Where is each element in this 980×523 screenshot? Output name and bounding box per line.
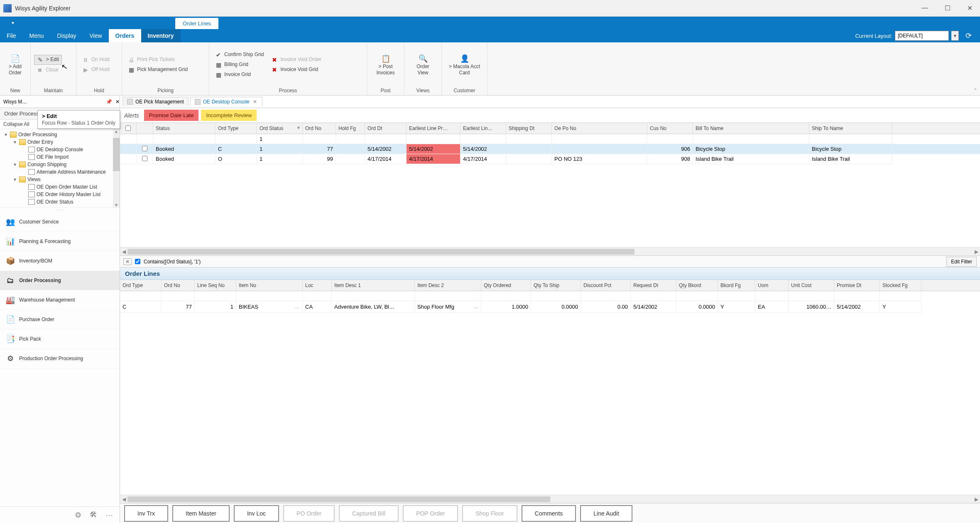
quick-access-dropdown-icon[interactable]: ▾	[8, 18, 17, 27]
column-header[interactable]: Bkord Fg	[718, 280, 755, 291]
nav-production-order-processing[interactable]: ⚙Production Order Processing	[0, 349, 120, 368]
filter-cell[interactable]	[631, 291, 676, 301]
filter-cell[interactable]	[834, 291, 880, 301]
nav-pick-pack[interactable]: 📑Pick Pack	[0, 329, 120, 349]
filter-cell[interactable]	[693, 134, 809, 144]
filter-cell[interactable]	[461, 134, 506, 144]
detail-button-inv-trx[interactable]: Inv Trx	[124, 505, 168, 522]
clear-filter-icon[interactable]: ✕	[123, 258, 132, 265]
column-header[interactable]: Shipping Dt	[506, 123, 552, 134]
filter-cell[interactable]	[120, 134, 137, 144]
invoice-void-order-button[interactable]: ✖Invoice Void Order	[269, 55, 324, 64]
filter-enabled-checkbox[interactable]	[135, 259, 140, 264]
nav-planning-forecasting[interactable]: 📊Planning & Forecasting	[0, 232, 120, 251]
doctab-close-icon[interactable]: ✕	[252, 99, 258, 105]
column-header[interactable]	[120, 123, 137, 134]
doctab-oe-pick-management[interactable]: OE Pick Management	[122, 97, 189, 106]
column-header[interactable]: Promise Dt	[834, 280, 880, 291]
table-row[interactable]: C771BIKEAS…CAAdventure Bike, LW, Bl…Shop…	[120, 301, 980, 313]
detail-button-pop-order[interactable]: POP Order	[403, 505, 458, 522]
orders-grid[interactable]: StatusOrd TypeOrd Status▼Ord NoHold FgOr…	[120, 123, 980, 256]
filter-cell[interactable]	[415, 291, 481, 301]
column-header[interactable]: Ord Status▼	[257, 123, 303, 134]
menu-display[interactable]: Display	[51, 29, 83, 42]
filter-cell[interactable]	[506, 134, 552, 144]
column-header[interactable]: Item Desc 2	[415, 280, 481, 291]
column-header[interactable]: Loc	[303, 280, 332, 291]
menu-orders[interactable]: Orders	[109, 29, 141, 42]
tree-item[interactable]: ▾Order Processing	[0, 131, 120, 138]
column-header[interactable]: Cus No	[647, 123, 693, 134]
layout-dropdown-icon[interactable]: ▾	[951, 31, 959, 41]
tree-item[interactable]: ▾Consign Shipping	[0, 161, 120, 168]
minimize-icon[interactable]: —	[921, 4, 928, 12]
off-hold-button[interactable]: ▶Off Hold	[80, 65, 112, 74]
nav-order-processing[interactable]: 🗂Order Processing	[0, 271, 120, 290]
tree-item[interactable]: ▾Order Entry	[0, 138, 120, 146]
tree-item[interactable]: OE Open Order Master List	[0, 183, 120, 191]
contextual-tab-order-lines[interactable]: Order Lines	[175, 18, 218, 29]
row-checkbox[interactable]	[142, 156, 147, 161]
footer-tools-icon[interactable]: 🛠	[90, 511, 97, 519]
lines-hscroll[interactable]: ◀▶	[120, 495, 980, 503]
nav-purchase-order[interactable]: 📄Purchase Order	[0, 310, 120, 329]
tree-scrollbar[interactable]: ▲▼	[113, 129, 120, 207]
column-header[interactable]: Ord Type	[120, 280, 162, 291]
column-header[interactable]: Status	[153, 123, 216, 134]
menu-view[interactable]: View	[83, 29, 109, 42]
table-row[interactable]: BookedO1994/17/20144/17/20144/17/2014PO …	[120, 154, 980, 164]
invoice-grid-button[interactable]: ▦Invoice Grid	[213, 70, 266, 79]
add-order-button[interactable]: 📄 > Add Order	[3, 52, 27, 77]
column-header[interactable]: Ord Type	[216, 123, 257, 134]
nav-inventory-bom[interactable]: 📦Inventory/BOM	[0, 251, 120, 271]
filter-cell[interactable]	[236, 291, 303, 301]
detail-button-comments[interactable]: Comments	[522, 505, 576, 522]
filter-cell[interactable]: 1	[257, 134, 303, 144]
tree-item[interactable]: OE Desktop Console	[0, 146, 120, 153]
tree-item[interactable]: Alternate Address Maintenance	[0, 168, 120, 176]
filter-cell[interactable]	[552, 134, 647, 144]
grid-hscroll[interactable]: ◀▶	[120, 247, 980, 255]
column-header[interactable]: Qty To Ship	[531, 280, 581, 291]
select-all-checkbox[interactable]	[125, 125, 131, 131]
filter-cell[interactable]	[581, 291, 631, 301]
column-header[interactable]: Discount Pct	[581, 280, 631, 291]
column-header[interactable]: Hold Fg	[336, 123, 365, 134]
column-header[interactable]: Item Desc 1	[332, 280, 415, 291]
nav-customer-service[interactable]: 👥Customer Service	[0, 212, 120, 232]
column-header[interactable]: Ord No	[162, 280, 195, 291]
filter-cell[interactable]	[332, 291, 415, 301]
row-checkbox[interactable]	[142, 146, 147, 151]
filter-cell[interactable]	[481, 291, 531, 301]
filter-cell[interactable]	[880, 291, 921, 301]
detail-button-item-master[interactable]: Item Master	[172, 505, 230, 522]
column-header[interactable]: Oe Po No	[552, 123, 647, 134]
menu-menu[interactable]: Menu	[23, 29, 51, 42]
column-header[interactable]: Stocked Fg	[880, 280, 921, 291]
column-header[interactable]: Ship To Name	[809, 123, 892, 134]
on-hold-button[interactable]: ⏸On Hold	[80, 55, 112, 64]
filter-cell[interactable]	[162, 291, 195, 301]
filter-cell[interactable]	[120, 291, 162, 301]
order-lines-grid[interactable]: Ord TypeOrd NoLine Seq NoItem NoLocItem …	[120, 280, 980, 313]
column-header[interactable]: Earliest Lin…	[461, 123, 506, 134]
column-header[interactable]: Ord Dt	[365, 123, 407, 134]
maximize-icon[interactable]: ☐	[945, 4, 951, 12]
menu-inventory[interactable]: Inventory	[141, 29, 181, 42]
invoice-void-grid-button[interactable]: ✖Invoice Void Grid	[269, 65, 324, 74]
filter-cell[interactable]	[336, 134, 365, 144]
close-icon[interactable]: ✕	[967, 4, 973, 12]
detail-button-po-order[interactable]: PO Order	[283, 505, 335, 522]
column-header[interactable]: Request Dt	[631, 280, 676, 291]
column-header[interactable]: Ord No	[303, 123, 336, 134]
detail-button-line-audit[interactable]: Line Audit	[580, 505, 632, 522]
detail-button-captured-bill[interactable]: Captured Bill	[339, 505, 399, 522]
filter-cell[interactable]	[647, 134, 693, 144]
detail-button-shop-floor[interactable]: Shop Floor	[462, 505, 517, 522]
footer-gear-icon[interactable]: ⚙	[75, 511, 81, 520]
billing-grid-button[interactable]: ▦Billing Grid	[213, 60, 266, 69]
detail-button-inv-loc[interactable]: Inv Loc	[234, 505, 279, 522]
menu-file[interactable]: File	[0, 29, 23, 42]
column-header[interactable]: Qty Bkord	[676, 280, 718, 291]
filter-cell[interactable]	[195, 291, 236, 301]
